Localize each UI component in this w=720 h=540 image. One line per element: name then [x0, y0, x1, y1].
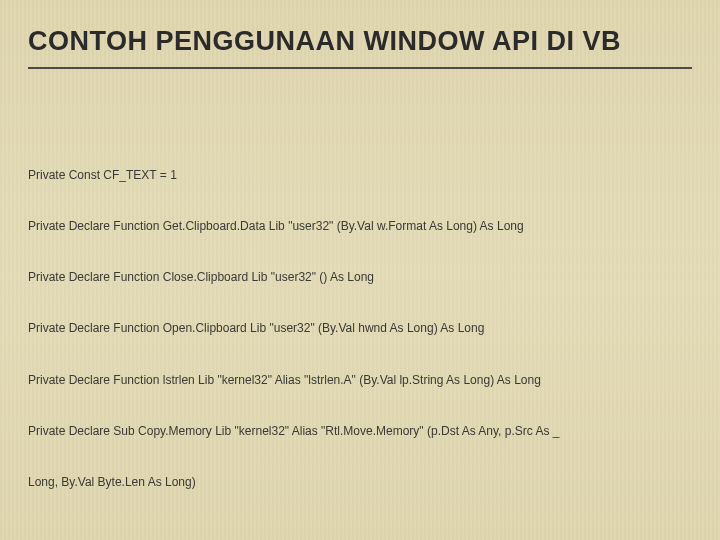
code-line: Private Declare Function lstrlen Lib "ke…: [28, 372, 692, 389]
code-block: Private Const CF_TEXT = 1 Private Declar…: [28, 99, 692, 540]
slide-title: CONTOH PENGGUNAAN WINDOW API DI VB: [28, 26, 692, 57]
code-line: Private Declare Function Get.Clipboard.D…: [28, 218, 692, 235]
code-line: Long, By.Val Byte.Len As Long): [28, 474, 692, 491]
title-underline: [28, 67, 692, 69]
code-line: Private Const CF_TEXT = 1: [28, 167, 692, 184]
declarations-block: Private Const CF_TEXT = 1 Private Declar…: [28, 133, 692, 525]
slide-container: CONTOH PENGGUNAAN WINDOW API DI VB Priva…: [0, 0, 720, 540]
code-line: Private Declare Sub Copy.Memory Lib "ker…: [28, 423, 692, 440]
code-line: Private Declare Function Close.Clipboard…: [28, 269, 692, 286]
code-line: Private Declare Function Open.Clipboard …: [28, 320, 692, 337]
